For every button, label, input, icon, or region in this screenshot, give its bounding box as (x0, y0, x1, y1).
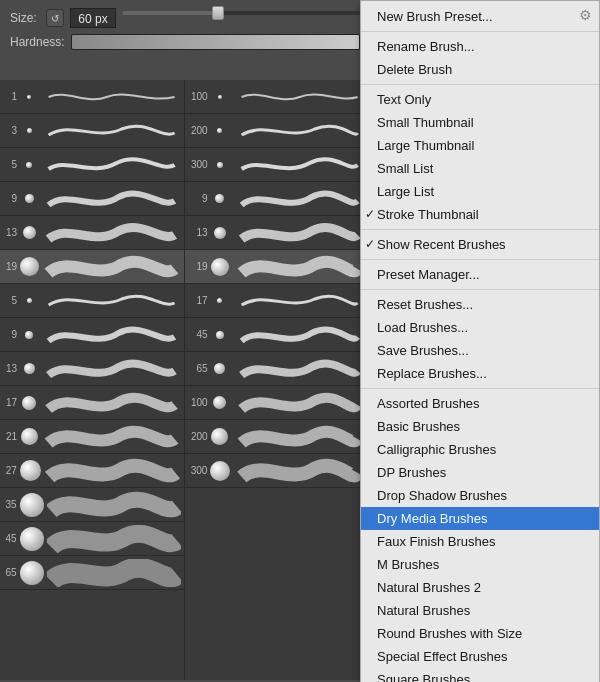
size-slider-thumb[interactable] (212, 6, 224, 20)
menu-item-save-brushes[interactable]: Save Brushes... (361, 339, 599, 362)
menu-item-preset-manager[interactable]: Preset Manager... (361, 263, 599, 286)
brush-item[interactable]: 1 (0, 80, 184, 114)
menu-item-new-brush-preset[interactable]: New Brush Preset... (361, 5, 599, 28)
brush-item[interactable]: 13 (0, 216, 184, 250)
brush-item[interactable]: 100 (185, 386, 370, 420)
menu-item-square-brushes[interactable]: Square Brushes (361, 668, 599, 682)
brush-item[interactable]: 17 (185, 284, 370, 318)
brush-item[interactable]: 200 (185, 420, 370, 454)
hardness-label: Hardness: (10, 35, 65, 49)
menu-separator (361, 31, 599, 32)
menu-separator (361, 289, 599, 290)
brush-item[interactable]: 100 (185, 80, 370, 114)
brush-item[interactable]: 21 (0, 420, 184, 454)
brush-item[interactable]: 17 (0, 386, 184, 420)
menu-item-drop-shadow-brushes[interactable]: Drop Shadow Brushes (361, 484, 599, 507)
brush-options-menu: ⚙ New Brush Preset... Rename Brush... De… (360, 0, 600, 682)
size-value[interactable]: 60 px (70, 8, 116, 28)
brush-grid: 1 3 5 9 (0, 80, 370, 680)
size-slider-fill (122, 11, 217, 15)
menu-item-reset-brushes[interactable]: Reset Brushes... (361, 293, 599, 316)
brush-item[interactable]: 200 (185, 114, 370, 148)
menu-separator (361, 388, 599, 389)
menu-item-large-list[interactable]: Large List (361, 180, 599, 203)
menu-item-basic-brushes[interactable]: Basic Brushes (361, 415, 599, 438)
menu-separator (361, 259, 599, 260)
menu-item-faux-finish-brushes[interactable]: Faux Finish Brushes (361, 530, 599, 553)
menu-item-calligraphic-brushes[interactable]: Calligraphic Brushes (361, 438, 599, 461)
size-slider-track (122, 11, 360, 15)
menu-item-load-brushes[interactable]: Load Brushes... (361, 316, 599, 339)
size-reset-icon[interactable]: ↺ (46, 9, 64, 27)
brush-item[interactable]: 5 (0, 148, 184, 182)
menu-item-dry-media-brushes[interactable]: Dry Media Brushes (361, 507, 599, 530)
menu-item-stroke-thumbnail[interactable]: Stroke Thumbnail (361, 203, 599, 226)
brush-item[interactable]: 5 (0, 284, 184, 318)
brush-item[interactable]: 13 (185, 216, 370, 250)
brush-item[interactable]: 300 (185, 148, 370, 182)
brush-item[interactable]: 13 (0, 352, 184, 386)
brush-item[interactable]: 300 (185, 454, 370, 488)
brush-item[interactable]: 45 (0, 522, 184, 556)
menu-item-rename-brush[interactable]: Rename Brush... (361, 35, 599, 58)
size-label: Size: (10, 11, 40, 25)
brush-item[interactable]: 3 (0, 114, 184, 148)
menu-item-natural-brushes[interactable]: Natural Brushes (361, 599, 599, 622)
menu-item-replace-brushes[interactable]: Replace Brushes... (361, 362, 599, 385)
menu-separator (361, 229, 599, 230)
menu-item-natural-brushes-2[interactable]: Natural Brushes 2 (361, 576, 599, 599)
brush-item[interactable]: 19 (0, 250, 184, 284)
menu-item-assorted-brushes[interactable]: Assorted Brushes (361, 392, 599, 415)
brush-panel: Size: ↺ 60 px Hardness: 1 (0, 0, 370, 682)
brush-item[interactable]: 9 (185, 182, 370, 216)
brush-item[interactable]: 19 (185, 250, 370, 284)
menu-item-dp-brushes[interactable]: DP Brushes (361, 461, 599, 484)
menu-item-m-brushes[interactable]: M Brushes (361, 553, 599, 576)
menu-item-delete-brush[interactable]: Delete Brush (361, 58, 599, 81)
menu-item-small-thumbnail[interactable]: Small Thumbnail (361, 111, 599, 134)
menu-item-special-effect-brushes[interactable]: Special Effect Brushes (361, 645, 599, 668)
menu-item-small-list[interactable]: Small List (361, 157, 599, 180)
menu-item-show-recent-brushes[interactable]: Show Recent Brushes (361, 233, 599, 256)
menu-item-large-thumbnail[interactable]: Large Thumbnail (361, 134, 599, 157)
brush-item[interactable]: 65 (0, 556, 184, 590)
brush-item[interactable]: 65 (185, 352, 370, 386)
panel-controls: Size: ↺ 60 px Hardness: (0, 0, 370, 80)
brush-item[interactable]: 9 (0, 318, 184, 352)
brush-item[interactable]: 35 (0, 488, 184, 522)
hardness-slider[interactable] (71, 34, 360, 50)
menu-item-text-only[interactable]: Text Only (361, 88, 599, 111)
brush-item[interactable]: 45 (185, 318, 370, 352)
menu-item-round-brushes[interactable]: Round Brushes with Size (361, 622, 599, 645)
brush-item[interactable]: 27 (0, 454, 184, 488)
menu-separator (361, 84, 599, 85)
brush-item[interactable]: 9 (0, 182, 184, 216)
